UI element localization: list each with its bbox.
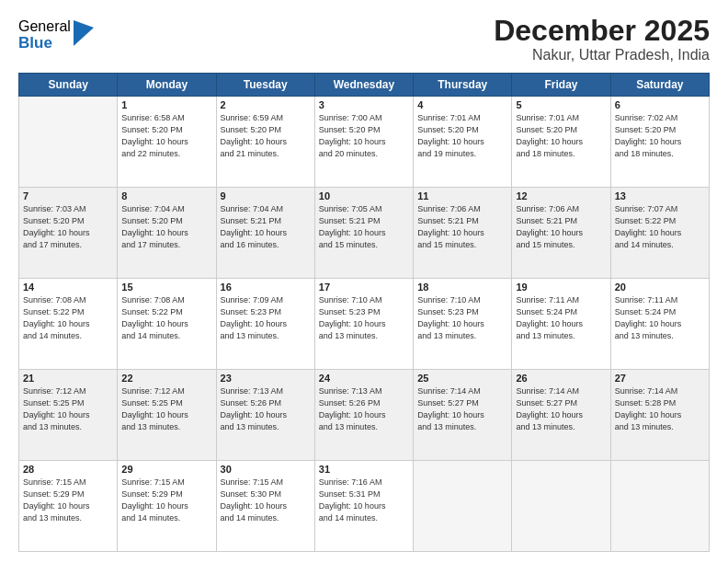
day-number: 9 <box>221 190 311 201</box>
logo-text: General Blue <box>18 18 71 52</box>
table-row: 29Sunrise: 7:15 AMSunset: 5:29 PMDayligh… <box>118 461 216 552</box>
day-info: Sunrise: 7:13 AMSunset: 5:26 PMDaylight:… <box>319 385 409 433</box>
day-info: Sunrise: 7:01 AMSunset: 5:20 PMDaylight:… <box>516 112 606 160</box>
table-row: 25Sunrise: 7:14 AMSunset: 5:27 PMDayligh… <box>414 370 512 461</box>
day-number: 28 <box>23 464 113 475</box>
day-number: 2 <box>221 99 311 110</box>
table-row: 11Sunrise: 7:06 AMSunset: 5:21 PMDayligh… <box>414 188 512 279</box>
table-row: 7Sunrise: 7:03 AMSunset: 5:20 PMDaylight… <box>19 188 118 279</box>
day-info: Sunrise: 7:14 AMSunset: 5:27 PMDaylight:… <box>417 385 507 433</box>
day-info: Sunrise: 7:04 AMSunset: 5:20 PMDaylight:… <box>121 203 211 251</box>
col-saturday: Saturday <box>610 74 709 97</box>
table-row: 5Sunrise: 7:01 AMSunset: 5:20 PMDaylight… <box>512 97 610 188</box>
col-sunday: Sunday <box>19 74 118 97</box>
day-info: Sunrise: 7:11 AMSunset: 5:24 PMDaylight:… <box>615 294 705 342</box>
table-row: 23Sunrise: 7:13 AMSunset: 5:26 PMDayligh… <box>216 370 314 461</box>
table-row: 10Sunrise: 7:05 AMSunset: 5:21 PMDayligh… <box>314 188 413 279</box>
day-number: 12 <box>516 190 606 201</box>
month-title: December 2025 <box>494 15 710 47</box>
table-row: 3Sunrise: 7:00 AMSunset: 5:20 PMDaylight… <box>314 97 413 188</box>
day-info: Sunrise: 7:03 AMSunset: 5:20 PMDaylight:… <box>23 203 113 251</box>
day-number: 19 <box>516 282 606 293</box>
table-row <box>610 461 709 552</box>
table-row: 9Sunrise: 7:04 AMSunset: 5:21 PMDaylight… <box>216 188 314 279</box>
table-row: 1Sunrise: 6:58 AMSunset: 5:20 PMDaylight… <box>118 97 216 188</box>
table-row <box>512 461 610 552</box>
table-row: 20Sunrise: 7:11 AMSunset: 5:24 PMDayligh… <box>610 279 709 370</box>
day-number: 13 <box>615 190 705 201</box>
table-row: 4Sunrise: 7:01 AMSunset: 5:20 PMDaylight… <box>414 97 512 188</box>
title-section: December 2025 Nakur, Uttar Pradesh, Indi… <box>494 15 710 63</box>
day-info: Sunrise: 7:12 AMSunset: 5:25 PMDaylight:… <box>23 385 113 433</box>
day-number: 23 <box>221 373 311 384</box>
table-row: 12Sunrise: 7:06 AMSunset: 5:21 PMDayligh… <box>512 188 610 279</box>
day-info: Sunrise: 6:58 AMSunset: 5:20 PMDaylight:… <box>121 112 211 160</box>
day-number: 18 <box>417 282 507 293</box>
day-number: 21 <box>23 373 113 384</box>
table-row: 17Sunrise: 7:10 AMSunset: 5:23 PMDayligh… <box>314 279 413 370</box>
day-info: Sunrise: 7:06 AMSunset: 5:21 PMDaylight:… <box>516 203 606 251</box>
calendar-week-row: 7Sunrise: 7:03 AMSunset: 5:20 PMDaylight… <box>19 188 710 279</box>
calendar-body: 1Sunrise: 6:58 AMSunset: 5:20 PMDaylight… <box>19 97 710 552</box>
day-number: 20 <box>615 282 705 293</box>
day-info: Sunrise: 7:06 AMSunset: 5:21 PMDaylight:… <box>417 203 507 251</box>
day-info: Sunrise: 7:00 AMSunset: 5:20 PMDaylight:… <box>319 112 409 160</box>
table-row: 22Sunrise: 7:12 AMSunset: 5:25 PMDayligh… <box>118 370 216 461</box>
day-info: Sunrise: 7:14 AMSunset: 5:27 PMDaylight:… <box>516 385 606 433</box>
day-number: 1 <box>121 99 211 110</box>
day-info: Sunrise: 7:10 AMSunset: 5:23 PMDaylight:… <box>417 294 507 342</box>
svg-marker-0 <box>74 20 94 46</box>
table-row: 19Sunrise: 7:11 AMSunset: 5:24 PMDayligh… <box>512 279 610 370</box>
day-number: 4 <box>417 99 507 110</box>
logo-blue: Blue <box>18 35 71 52</box>
day-number: 24 <box>319 373 409 384</box>
table-row: 28Sunrise: 7:15 AMSunset: 5:29 PMDayligh… <box>19 461 118 552</box>
day-number: 11 <box>417 190 507 201</box>
table-row: 16Sunrise: 7:09 AMSunset: 5:23 PMDayligh… <box>216 279 314 370</box>
table-row: 27Sunrise: 7:14 AMSunset: 5:28 PMDayligh… <box>610 370 709 461</box>
day-info: Sunrise: 7:01 AMSunset: 5:20 PMDaylight:… <box>417 112 507 160</box>
day-info: Sunrise: 7:16 AMSunset: 5:31 PMDaylight:… <box>319 477 409 524</box>
logo: General Blue <box>18 18 94 52</box>
day-info: Sunrise: 7:05 AMSunset: 5:21 PMDaylight:… <box>319 203 409 251</box>
col-monday: Monday <box>118 74 216 97</box>
table-row <box>19 97 118 188</box>
table-row: 21Sunrise: 7:12 AMSunset: 5:25 PMDayligh… <box>19 370 118 461</box>
col-thursday: Thursday <box>414 74 512 97</box>
day-info: Sunrise: 6:59 AMSunset: 5:20 PMDaylight:… <box>221 112 311 160</box>
day-number: 5 <box>516 99 606 110</box>
table-row: 30Sunrise: 7:15 AMSunset: 5:30 PMDayligh… <box>216 461 314 552</box>
calendar-table: Sunday Monday Tuesday Wednesday Thursday… <box>18 73 710 552</box>
day-number: 29 <box>121 464 211 475</box>
day-info: Sunrise: 7:15 AMSunset: 5:29 PMDaylight:… <box>121 477 211 524</box>
day-number: 31 <box>319 464 409 475</box>
day-info: Sunrise: 7:11 AMSunset: 5:24 PMDaylight:… <box>516 294 606 342</box>
calendar-week-row: 21Sunrise: 7:12 AMSunset: 5:25 PMDayligh… <box>19 370 710 461</box>
day-number: 22 <box>121 373 211 384</box>
col-tuesday: Tuesday <box>216 74 314 97</box>
table-row: 8Sunrise: 7:04 AMSunset: 5:20 PMDaylight… <box>118 188 216 279</box>
day-number: 3 <box>319 99 409 110</box>
day-number: 26 <box>516 373 606 384</box>
day-info: Sunrise: 7:08 AMSunset: 5:22 PMDaylight:… <box>121 294 211 342</box>
col-friday: Friday <box>512 74 610 97</box>
day-info: Sunrise: 7:14 AMSunset: 5:28 PMDaylight:… <box>615 385 705 433</box>
day-number: 15 <box>121 282 211 293</box>
header: General Blue December 2025 Nakur, Uttar … <box>18 15 710 63</box>
logo-general: General <box>18 18 71 35</box>
page: General Blue December 2025 Nakur, Uttar … <box>0 0 728 563</box>
day-info: Sunrise: 7:10 AMSunset: 5:23 PMDaylight:… <box>319 294 409 342</box>
day-number: 30 <box>221 464 311 475</box>
day-info: Sunrise: 7:15 AMSunset: 5:29 PMDaylight:… <box>23 477 113 524</box>
calendar-week-row: 1Sunrise: 6:58 AMSunset: 5:20 PMDaylight… <box>19 97 710 188</box>
table-row: 24Sunrise: 7:13 AMSunset: 5:26 PMDayligh… <box>314 370 413 461</box>
day-number: 14 <box>23 282 113 293</box>
calendar-header-row: Sunday Monday Tuesday Wednesday Thursday… <box>19 74 710 97</box>
table-row: 6Sunrise: 7:02 AMSunset: 5:20 PMDaylight… <box>610 97 709 188</box>
day-number: 6 <box>615 99 705 110</box>
logo-icon <box>74 20 94 46</box>
day-info: Sunrise: 7:12 AMSunset: 5:25 PMDaylight:… <box>121 385 211 433</box>
calendar-week-row: 28Sunrise: 7:15 AMSunset: 5:29 PMDayligh… <box>19 461 710 552</box>
day-info: Sunrise: 7:13 AMSunset: 5:26 PMDaylight:… <box>221 385 311 433</box>
day-info: Sunrise: 7:02 AMSunset: 5:20 PMDaylight:… <box>615 112 705 160</box>
